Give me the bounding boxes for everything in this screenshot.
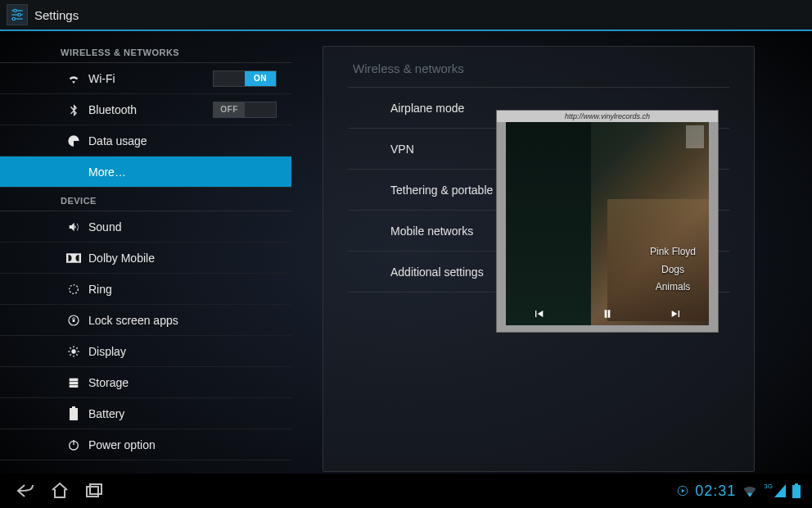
action-bar-title: Settings — [34, 8, 79, 22]
wifi-icon — [65, 70, 82, 87]
music-info: Pink Floyd Dogs Animals — [650, 243, 696, 297]
svg-point-10 — [71, 349, 75, 353]
svg-point-3 — [18, 13, 20, 16]
svg-point-5 — [12, 17, 15, 20]
prev-track-button[interactable] — [532, 307, 545, 320]
nav-item-power[interactable]: Power option — [0, 429, 291, 460]
nav-label: Storage — [88, 376, 291, 389]
network-type-label: 3G — [764, 483, 773, 490]
bluetooth-toggle[interactable]: OFF — [213, 102, 277, 118]
detail-header: Wireless & networks — [348, 61, 729, 88]
battery-status-icon — [792, 483, 801, 498]
nav-item-storage[interactable]: Storage — [0, 367, 291, 398]
action-bar: Settings — [0, 0, 812, 31]
music-track: Dogs — [650, 261, 696, 279]
nav-item-more[interactable]: More… — [0, 156, 291, 188]
svg-point-1 — [14, 9, 16, 11]
section-header-wireless: WIRELESS & NETWORKS — [0, 39, 291, 63]
nav-label: Battery — [88, 407, 291, 420]
svg-line-17 — [70, 354, 70, 355]
svg-rect-23 — [70, 408, 78, 420]
music-album: Animals — [650, 279, 696, 297]
settings-app-icon — [7, 4, 28, 25]
svg-rect-21 — [70, 384, 79, 387]
svg-rect-19 — [70, 378, 79, 380]
toggle-on-half: ON — [245, 71, 276, 86]
cell-signal-icon — [774, 484, 786, 497]
svg-line-16 — [76, 354, 77, 355]
toggle-off-half — [214, 71, 245, 86]
nav-item-bluetooth[interactable]: Bluetooth OFF — [0, 94, 291, 125]
svg-rect-26 — [87, 487, 98, 497]
recent-apps-button[interactable] — [77, 476, 111, 506]
system-nav-bar: 02:31 3G — [0, 474, 812, 508]
toggle-off-half: OFF — [214, 102, 245, 117]
clock: 02:31 — [695, 483, 736, 500]
playing-indicator-icon — [677, 485, 688, 497]
music-artist: Pink Floyd — [650, 243, 696, 261]
music-widget[interactable]: http://www.vinylrecords.ch Pink Floyd Do… — [496, 110, 719, 333]
pause-button[interactable] — [601, 307, 614, 320]
nav-label: Display — [88, 345, 291, 358]
svg-line-15 — [70, 347, 70, 348]
display-icon — [65, 343, 82, 360]
wifi-toggle[interactable]: ON — [213, 70, 277, 87]
nav-item-ring[interactable]: Ring — [0, 274, 291, 305]
status-area[interactable]: 02:31 3G — [677, 483, 804, 500]
dolby-icon — [65, 250, 82, 266]
section-header-device: DEVICE — [0, 188, 291, 211]
album-cover: Pink Floyd Dogs Animals — [506, 122, 709, 325]
sound-icon — [65, 219, 82, 235]
svg-rect-22 — [72, 406, 75, 408]
music-controls — [506, 307, 709, 320]
power-icon — [65, 437, 82, 453]
nav-label: Ring — [88, 283, 291, 296]
toggle-on-half — [245, 102, 276, 117]
nav-label: Dolby Mobile — [88, 252, 291, 265]
svg-rect-29 — [795, 483, 798, 485]
music-source-url: http://www.vinylrecords.ch — [497, 111, 718, 122]
nav-label: Wi-Fi — [88, 72, 213, 85]
svg-point-7 — [70, 284, 79, 293]
nav-label: More… — [88, 166, 291, 179]
nav-label: Bluetooth — [88, 103, 213, 116]
storage-icon — [65, 374, 82, 391]
nav-item-dolby[interactable]: Dolby Mobile — [0, 243, 291, 274]
nav-item-wifi[interactable]: Wi-Fi ON — [0, 63, 291, 94]
svg-line-18 — [76, 347, 77, 348]
ring-icon — [65, 281, 82, 297]
nav-label: Power option — [88, 438, 291, 451]
svg-rect-20 — [70, 381, 79, 383]
left-nav: WIRELESS & NETWORKS Wi-Fi ON Bluetooth O… — [0, 31, 291, 474]
nav-label: Data usage — [88, 134, 291, 147]
nav-item-battery[interactable]: Battery — [0, 398, 291, 429]
bluetooth-icon — [65, 102, 82, 118]
next-track-button[interactable] — [670, 307, 683, 320]
svg-rect-27 — [90, 484, 102, 494]
home-button[interactable] — [43, 476, 77, 506]
lock-apps-icon — [65, 312, 82, 329]
screen: Settings WIRELESS & NETWORKS Wi-Fi ON — [0, 0, 812, 508]
svg-rect-30 — [792, 485, 801, 498]
wifi-signal-icon — [742, 484, 757, 497]
battery-icon — [65, 406, 82, 422]
nav-item-display[interactable]: Display — [0, 336, 291, 367]
nav-item-lock-apps[interactable]: Lock screen apps — [0, 305, 291, 336]
nav-item-data-usage[interactable]: Data usage — [0, 125, 291, 156]
back-button[interactable] — [8, 476, 43, 506]
nav-label: Lock screen apps — [88, 314, 291, 327]
nav-item-sound[interactable]: Sound — [0, 211, 291, 243]
nav-label: Sound — [88, 220, 291, 234]
svg-rect-9 — [73, 319, 75, 321]
data-usage-icon — [65, 133, 82, 149]
